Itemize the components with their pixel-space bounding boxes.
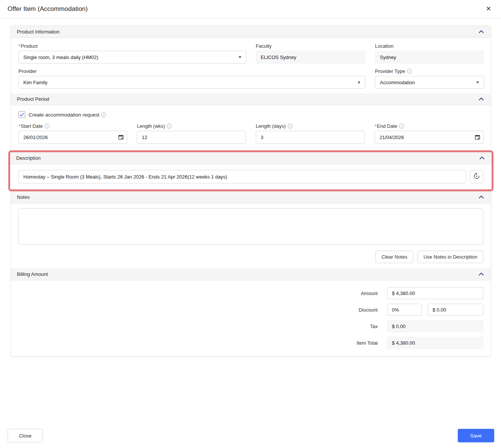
info-icon[interactable]: i: [167, 124, 172, 129]
provider-type-label: Provider Typei: [375, 68, 484, 74]
section-header-billing-amount[interactable]: Billing Amount: [11, 268, 491, 280]
save-button[interactable]: Save: [458, 429, 494, 442]
section-billing-amount: Billing Amount Amount Discount Tax: [11, 268, 491, 356]
calendar-icon[interactable]: [475, 135, 480, 140]
dialog-header: Offer Item (Accommodation) ✕: [0, 0, 501, 18]
dialog-footer: Close Save: [8, 429, 494, 442]
start-date-label: *Start Datei: [18, 123, 127, 129]
length-days-label: Length (days)i: [256, 123, 365, 129]
product-period-body: Create accommodation request i *Start Da…: [11, 105, 491, 150]
length-wks-field: Length (wks)i: [137, 123, 246, 144]
product-select[interactable]: Single room, 3 meals daily (HM02): [18, 51, 246, 64]
start-date-field: *Start Datei: [18, 123, 127, 144]
create-accommodation-request-checkbox[interactable]: [18, 111, 25, 118]
clear-notes-button[interactable]: Clear Notes: [375, 251, 413, 263]
discount-row: Discount: [18, 304, 483, 316]
section-header-description[interactable]: Description: [10, 152, 492, 164]
create-accommodation-request-row: Create accommodation request i: [18, 111, 483, 118]
info-icon[interactable]: i: [399, 124, 404, 129]
section-title-product-information: Product Information: [17, 29, 59, 35]
required-mark: *: [18, 123, 20, 129]
provider-value: Kim Family: [23, 80, 47, 85]
length-wks-label: Length (wks)i: [137, 123, 246, 129]
info-icon[interactable]: i: [45, 124, 50, 129]
billing-body: Amount Discount Tax $ 0.00 Item Total $ …: [11, 280, 491, 356]
reset-description-button[interactable]: [470, 170, 483, 183]
end-date-label: *End Datei: [375, 123, 484, 129]
section-title-product-period: Product Period: [17, 96, 49, 102]
required-mark: *: [375, 123, 377, 129]
restore-icon: [473, 173, 480, 181]
checkmark-icon: [20, 112, 24, 118]
discount-label: Discount: [358, 307, 378, 313]
location-field: Location Sydney: [375, 43, 484, 64]
provider-type-select[interactable]: Accommodation: [375, 76, 484, 89]
tax-row: Tax $ 0.00: [18, 320, 483, 332]
discount-amount-input[interactable]: [428, 304, 483, 316]
product-field: *Product Single room, 3 meals daily (HM0…: [18, 43, 246, 64]
info-icon[interactable]: i: [407, 69, 412, 74]
tax-label: Tax: [370, 324, 378, 329]
provider-field: Provider Kim Family: [18, 68, 365, 89]
info-icon[interactable]: i: [101, 112, 106, 117]
chevron-down-icon[interactable]: [238, 56, 241, 58]
length-wks-input[interactable]: [137, 131, 246, 144]
description-input[interactable]: [18, 170, 466, 183]
faculty-value: ELICOS Sydney: [256, 51, 366, 64]
product-information-body: *Product Single room, 3 meals daily (HM0…: [11, 38, 491, 93]
collapse-billing-amount-button[interactable]: [478, 271, 485, 277]
close-icon[interactable]: ✕: [484, 5, 493, 13]
use-notes-in-description-button[interactable]: Use Notes in Description: [418, 251, 483, 263]
collapse-notes-button[interactable]: [478, 194, 485, 200]
end-date-input[interactable]: [375, 131, 484, 144]
chevron-up-icon: [478, 96, 484, 102]
create-accommodation-request-label[interactable]: Create accommodation request: [29, 112, 99, 118]
section-title-notes: Notes: [17, 194, 30, 200]
close-button[interactable]: Close: [8, 429, 43, 442]
tax-value: $ 0.00: [387, 320, 483, 332]
section-header-product-information[interactable]: Product Information: [11, 26, 491, 38]
section-notes: Notes Clear Notes Use Notes in Descripti…: [11, 191, 491, 268]
amount-input[interactable]: [387, 287, 483, 299]
chevron-up-icon: [478, 271, 484, 277]
section-title-description: Description: [16, 155, 41, 161]
product-label: *Product: [18, 43, 246, 49]
end-date-field: *End Datei: [375, 123, 484, 144]
page-title: Offer Item (Accommodation): [8, 5, 88, 13]
notes-textarea[interactable]: [18, 208, 483, 245]
chevron-right-icon[interactable]: [358, 81, 360, 84]
location-label: Location: [375, 43, 484, 49]
item-total-row: Item Total $ 4,380.00: [18, 337, 483, 349]
provider-select[interactable]: Kim Family: [18, 76, 365, 89]
section-header-notes[interactable]: Notes: [11, 191, 491, 203]
section-header-product-period[interactable]: Product Period: [11, 93, 491, 105]
calendar-icon[interactable]: [118, 135, 124, 140]
chevron-up-icon: [478, 194, 484, 200]
collapse-product-period-button[interactable]: [478, 96, 485, 102]
info-icon[interactable]: i: [288, 124, 293, 129]
product-value: Single room, 3 meals daily (HM02): [23, 54, 98, 60]
chevron-up-icon: [478, 29, 484, 35]
chevron-up-icon: [479, 155, 485, 161]
collapse-description-button[interactable]: [478, 155, 486, 161]
provider-label: Provider: [18, 68, 365, 74]
description-body: [10, 164, 492, 189]
provider-type-value: Accommodation: [380, 80, 415, 85]
discount-percent-input[interactable]: [387, 304, 422, 316]
amount-label: Amount: [361, 291, 378, 296]
item-total-value: $ 4,380.00: [387, 337, 483, 349]
section-product-information: Product Information *Product Single room…: [11, 26, 491, 93]
length-days-input[interactable]: [256, 131, 365, 144]
description-highlight-box: Description: [8, 150, 493, 191]
collapse-product-information-button[interactable]: [478, 29, 485, 35]
faculty-label: Faculty: [256, 43, 366, 49]
section-title-billing-amount: Billing Amount: [17, 271, 48, 277]
start-date-input[interactable]: [18, 131, 127, 144]
section-description: Description: [10, 152, 492, 189]
chevron-down-icon[interactable]: [476, 82, 479, 83]
required-mark: *: [18, 43, 20, 49]
notes-body: Clear Notes Use Notes in Description: [11, 203, 491, 268]
location-value: Sydney: [375, 51, 484, 64]
amount-row: Amount: [18, 287, 483, 299]
section-product-period: Product Period Create accommodation requ…: [11, 93, 491, 150]
